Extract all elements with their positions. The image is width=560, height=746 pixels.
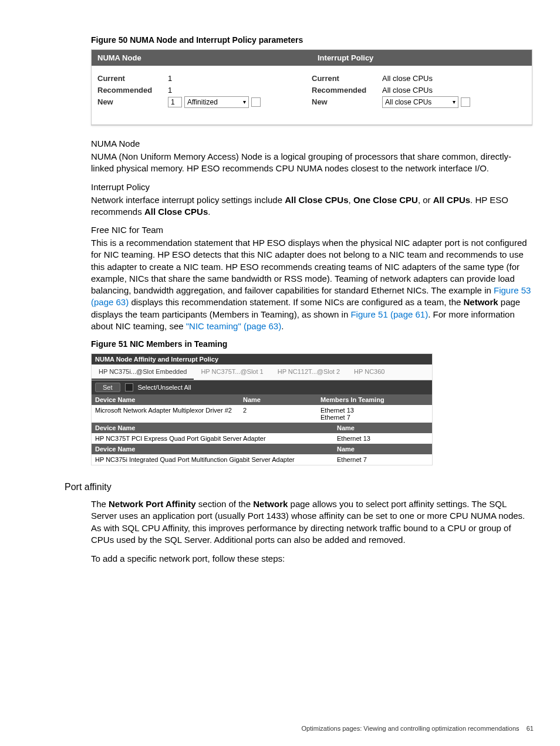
numa-new-select-value: Affinitized [187,96,218,108]
table-row: HP NC375T PCI Express Quad Port Gigabit … [92,433,432,444]
tab-3[interactable]: HP NC360 [347,364,392,380]
pa-bold-2: Network [253,499,288,509]
ip-text-1: Network interface interrupt policy setti… [91,195,285,205]
ip-text-3: , or [418,195,433,205]
sec3-device: HP NC375i Integrated Quad Port Multifunc… [92,454,333,465]
sec2-device: HP NC375T PCI Express Quad Port Gigabit … [92,433,333,444]
ip-bold-2: One Close CPU [353,195,418,205]
label-new-2: New [312,96,382,108]
label-recommended-2: Recommended [312,85,382,96]
numa-current-value: 1 [168,73,312,85]
interrupt-new-select-value: All close CPUs [385,96,431,108]
hdr-name: Name [239,394,317,405]
row1-member-b: Ethernet 7 [321,414,429,421]
tab-2[interactable]: HP NC112T...@Slot 2 [271,364,347,380]
link-figure-51[interactable]: Figure 51 (page 61) [350,309,428,319]
port-affinity-para-2: To add a specific network port, follow t… [91,553,531,565]
footer-page-number: 61 [527,725,534,732]
fig51-set-bar: Set Select/Unselect All [92,380,432,394]
numa-new-select[interactable]: Affinitized ▾ [184,96,249,108]
figure-50-caption: Figure 50 NUMA Node and Interrupt Policy… [91,35,534,45]
numa-node-para: NUMA (Non Uniform Memory Access) Node is… [91,151,531,175]
free-nic-label: Free NIC for Team [91,225,531,235]
fn-text-2: displays this recommendation statement. … [129,297,463,307]
port-affinity-heading: Port affinity [65,482,534,492]
fn-bold-1: Network [463,297,498,307]
ip-bold-1: All Close CPUs [285,195,348,205]
interrupt-recommended-value: All close CPUs [382,85,526,96]
table-row: HP NC375i Integrated Quad Port Multifunc… [92,454,432,465]
label-current-2: Current [312,73,382,85]
row1-member-a: Ethernet 13 [321,407,429,414]
numa-new-input[interactable] [168,97,182,107]
label-new: New [97,96,168,108]
interrupt-new-select[interactable]: All close CPUs ▾ [382,96,458,108]
row1-name: 2 [239,405,317,423]
figure-50-panel: NUMA Node Interrupt Policy Current Recom… [91,49,532,126]
label-current: Current [97,73,168,85]
ip-text-2: , [349,195,353,205]
pa-text-2: section of the [196,499,254,509]
fig50-header-interrupt: Interrupt Policy [312,50,532,66]
sec3-name: Ethernet 7 [333,454,432,465]
tab-1[interactable]: HP NC375T...@Slot 1 [194,364,270,380]
fig51-tabs: HP NC375i...@Slot Embedded HP NC375T...@… [92,364,432,380]
interrupt-policy-para: Network interface interrupt policy setti… [91,194,531,218]
fn-text-1: This is a recommendation statement that … [91,238,527,295]
page-footer: Optimizations pages: Viewing and control… [302,725,534,732]
ip-text-5: . [208,207,210,217]
row1-members: Ethernet 13 Ethernet 7 [317,405,432,423]
interrupt-new-checkbox[interactable] [461,97,470,107]
hdr3-name: Name [333,444,432,454]
tab-0[interactable]: HP NC375i...@Slot Embedded [92,364,194,380]
label-recommended: Recommended [97,85,168,96]
sec2-name: Ethernet 13 [333,433,432,444]
table-row: Microsoft Network Adapter Multiplexor Dr… [92,405,432,423]
interrupt-policy-label: Interrupt Policy [91,182,531,192]
pa-bold-1: Network Port Affinity [109,499,196,509]
hdr3-device-name: Device Name [92,444,333,454]
pa-text-1: The [91,499,109,509]
figure-51-panel: NUMA Node Affinity and Interrupt Policy … [91,353,433,465]
set-button[interactable]: Set [95,383,120,392]
row1-device: Microsoft Network Adapter Multiplexor Dr… [92,405,239,423]
ip-bold-4: All Close CPUs [144,207,208,217]
fig51-panel-title: NUMA Node Affinity and Interrupt Policy [92,354,432,364]
interrupt-current-value: All close CPUs [382,73,526,85]
fig50-header-numa: NUMA Node [92,50,312,66]
numa-node-label: NUMA Node [91,139,531,148]
footer-text: Optimizations pages: Viewing and control… [302,725,519,732]
hdr2-name: Name [333,423,432,433]
chevron-down-icon: ▾ [453,96,456,108]
fn-text-5: . [281,321,284,331]
hdr2-device-name: Device Name [92,423,333,433]
hdr-device-name: Device Name [92,394,239,405]
select-all-checkbox[interactable] [125,383,133,391]
numa-new-checkbox[interactable] [251,97,261,107]
figure-51-caption: Figure 51 NIC Members in Teaming [91,339,534,349]
ip-bold-3: All CPUs [433,195,470,205]
port-affinity-para-1: The Network Port Affinity section of the… [91,498,531,546]
hdr-members: Members In Teaming [317,394,432,405]
free-nic-para: This is a recommendation statement that … [91,237,531,332]
link-nic-teaming[interactable]: "NIC teaming" (page 63) [186,321,281,331]
numa-recommended-value: 1 [168,85,312,96]
select-all-label: Select/Unselect All [138,384,191,391]
chevron-down-icon: ▾ [243,96,246,108]
